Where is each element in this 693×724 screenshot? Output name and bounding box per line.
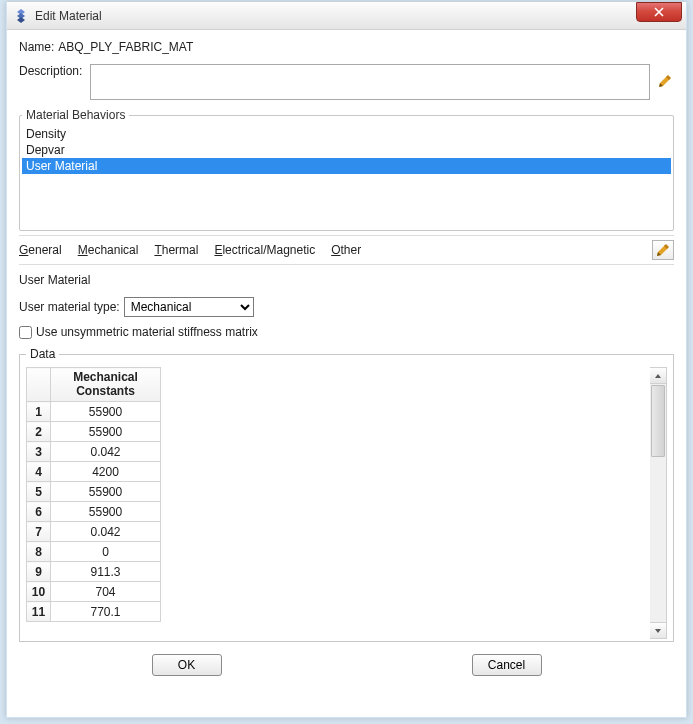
scrollbar-thumb[interactable] (651, 385, 665, 457)
name-label: Name: (19, 40, 54, 54)
data-cell[interactable]: 0 (51, 542, 161, 562)
row-header[interactable]: 3 (27, 442, 51, 462)
column-header-mechanical-constants[interactable]: MechanicalConstants (51, 368, 161, 402)
name-value: ABQ_PLY_FABRIC_MAT (58, 40, 193, 54)
menu-general[interactable]: General (19, 243, 62, 257)
edit-material-dialog: Edit Material Name: ABQ_PLY_FABRIC_MAT D… (6, 2, 687, 718)
cancel-button[interactable]: Cancel (472, 654, 542, 676)
row-header[interactable]: 8 (27, 542, 51, 562)
row-header[interactable]: 5 (27, 482, 51, 502)
user-material-section-title: User Material (19, 273, 674, 287)
description-row: Description: (19, 64, 674, 100)
edit-description-button[interactable] (656, 72, 674, 90)
behavior-menubar: General Mechanical Thermal Electrical/Ma… (19, 235, 674, 265)
data-cell[interactable]: 704 (51, 582, 161, 602)
row-header[interactable]: 2 (27, 422, 51, 442)
titlebar: Edit Material (7, 2, 686, 30)
row-header[interactable]: 9 (27, 562, 51, 582)
menu-electrical-magnetic[interactable]: Electrical/Magnetic (214, 243, 315, 257)
row-header[interactable]: 6 (27, 502, 51, 522)
data-cell[interactable]: 0.042 (51, 442, 161, 462)
material-behaviors-group: Material Behaviors DensityDepvarUser Mat… (19, 108, 674, 231)
user-material-type-select[interactable]: Mechanical (124, 297, 254, 317)
behavior-list[interactable]: DensityDepvarUser Material (22, 126, 671, 228)
data-cell[interactable]: 55900 (51, 482, 161, 502)
description-input[interactable] (90, 64, 650, 100)
unsymmetric-checkbox[interactable] (19, 326, 32, 339)
menu-mechanical[interactable]: Mechanical (78, 243, 139, 257)
dialog-content: Name: ABQ_PLY_FABRIC_MAT Description: Ma… (7, 30, 686, 692)
close-button[interactable] (636, 2, 682, 22)
table-row: 555900 (27, 482, 161, 502)
data-cell[interactable]: 0.042 (51, 522, 161, 542)
table-row: 30.042 (27, 442, 161, 462)
menu-thermal[interactable]: Thermal (154, 243, 198, 257)
behavior-item[interactable]: Density (22, 126, 671, 142)
scroll-up-arrow-icon[interactable] (650, 368, 666, 384)
scroll-down-arrow-icon[interactable] (650, 622, 666, 638)
behavior-item[interactable]: User Material (22, 158, 671, 174)
app-icon (13, 8, 29, 24)
behavior-item[interactable]: Depvar (22, 142, 671, 158)
data-grid[interactable]: MechanicalConstants 15590025590030.04244… (26, 367, 650, 639)
table-row: 9911.3 (27, 562, 161, 582)
data-cell[interactable]: 4200 (51, 462, 161, 482)
data-cell[interactable]: 770.1 (51, 602, 161, 622)
table-row: 255900 (27, 422, 161, 442)
button-bar: OK Cancel (19, 642, 674, 686)
name-row: Name: ABQ_PLY_FABRIC_MAT (19, 40, 674, 54)
data-cell[interactable]: 55900 (51, 402, 161, 422)
user-material-type-row: User material type: Mechanical (19, 297, 674, 317)
vertical-scrollbar[interactable] (650, 367, 667, 639)
table-row: 80 (27, 542, 161, 562)
row-header[interactable]: 4 (27, 462, 51, 482)
data-group: Data MechanicalConstants 15590025590030.… (19, 347, 674, 642)
data-cell[interactable]: 55900 (51, 422, 161, 442)
material-behaviors-legend: Material Behaviors (22, 108, 129, 122)
table-row: 11770.1 (27, 602, 161, 622)
ok-button[interactable]: OK (152, 654, 222, 676)
menu-other[interactable]: Other (331, 243, 361, 257)
grid-corner (27, 368, 51, 402)
row-header[interactable]: 1 (27, 402, 51, 422)
unsymmetric-label[interactable]: Use unsymmetric material stiffness matri… (36, 325, 258, 339)
data-cell[interactable]: 55900 (51, 502, 161, 522)
table-row: 655900 (27, 502, 161, 522)
data-cell[interactable]: 911.3 (51, 562, 161, 582)
row-header[interactable]: 11 (27, 602, 51, 622)
window-title: Edit Material (35, 9, 636, 23)
edit-behavior-button[interactable] (652, 240, 674, 260)
table-row: 44200 (27, 462, 161, 482)
table-row: 10704 (27, 582, 161, 602)
row-header[interactable]: 7 (27, 522, 51, 542)
row-header[interactable]: 10 (27, 582, 51, 602)
description-label: Description: (19, 64, 82, 78)
data-legend: Data (26, 347, 59, 361)
table-row: 155900 (27, 402, 161, 422)
table-row: 70.042 (27, 522, 161, 542)
user-material-type-label: User material type: (19, 300, 120, 314)
unsymmetric-row: Use unsymmetric material stiffness matri… (19, 325, 674, 339)
